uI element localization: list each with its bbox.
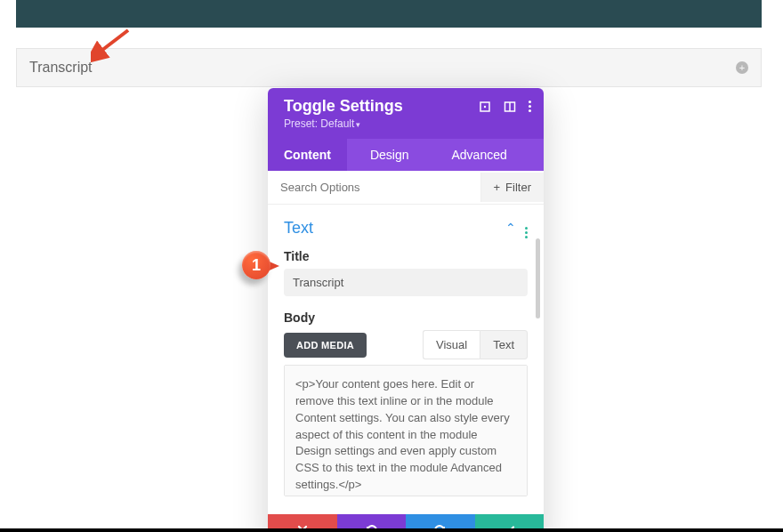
panel-title: Toggle Settings — [284, 97, 403, 116]
toggle-title: Transcript — [29, 60, 93, 76]
toggle-module[interactable]: Transcript + — [16, 48, 762, 87]
editor-tabs: Visual Text — [423, 330, 528, 359]
more-icon[interactable] — [529, 101, 531, 112]
section-text[interactable]: Text — [284, 219, 313, 238]
settings-panel: Toggle Settings Preset: Default▾ Content… — [268, 88, 544, 532]
body-label: Body — [284, 310, 528, 325]
chevron-up-icon[interactable]: ⌃ — [505, 221, 516, 235]
editor-tab-visual[interactable]: Visual — [423, 330, 480, 359]
callout-number: 1 — [242, 251, 270, 279]
tab-content[interactable]: Content — [268, 139, 347, 171]
section-more-icon[interactable] — [525, 217, 528, 238]
tab-design[interactable]: Design — [347, 139, 432, 171]
search-input[interactable] — [268, 171, 480, 204]
hero-banner — [16, 0, 762, 28]
content-area: Text ⌃ Title Body ADD MEDIA Visual Text … — [268, 205, 544, 514]
callout-1: 1 — [242, 251, 285, 283]
editor-tab-text[interactable]: Text — [480, 330, 528, 359]
settings-tabs: Content Design Advanced — [268, 139, 544, 171]
add-media-button[interactable]: ADD MEDIA — [284, 333, 367, 358]
tab-advanced[interactable]: Advanced — [432, 139, 522, 171]
responsive-icon[interactable] — [479, 101, 491, 113]
panel-header: Toggle Settings Preset: Default▾ — [268, 88, 544, 139]
bottom-border — [0, 528, 783, 532]
plus-icon: + — [494, 181, 501, 194]
title-label: Title — [284, 249, 528, 263]
filter-button[interactable]: + Filter — [480, 173, 544, 202]
body-textarea[interactable]: <p>Your content goes here. Edit or remov… — [284, 365, 528, 496]
filter-label: Filter — [505, 181, 531, 194]
preset-dropdown[interactable]: Preset: Default▾ — [284, 117, 531, 130]
search-row: + Filter — [268, 171, 544, 205]
title-input[interactable] — [284, 269, 528, 296]
scrollbar[interactable] — [536, 206, 540, 358]
svg-point-2 — [484, 105, 486, 107]
split-view-icon[interactable] — [504, 101, 516, 113]
expand-icon[interactable]: + — [736, 61, 748, 74]
